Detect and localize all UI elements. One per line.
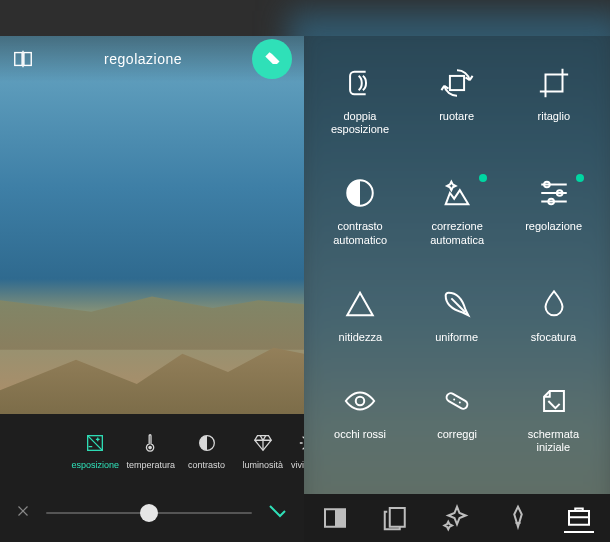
adjust-label: contrasto	[188, 460, 225, 470]
compare-button[interactable]	[12, 48, 34, 70]
adjust-temperatura[interactable]: temperatura	[123, 428, 179, 470]
applied-dot-icon	[479, 174, 487, 182]
overlay-icon	[320, 503, 350, 533]
adjust-label: vividezza	[291, 460, 304, 470]
applied-dot-icon	[576, 174, 584, 182]
drop-icon	[537, 287, 571, 321]
tool-contrasto-automatico[interactable]: contrasto automatico	[312, 176, 409, 246]
tool-label: contrasto automatico	[333, 220, 387, 246]
tool-doppia-esposizione[interactable]: doppia esposizione	[312, 66, 409, 136]
svg-point-7	[453, 399, 455, 401]
editor-pane: regolazione vividezza luminosità contras…	[0, 36, 304, 542]
svg-point-8	[356, 397, 365, 406]
tool-label: nitidezza	[339, 331, 382, 344]
tool-label: ritaglio	[537, 110, 569, 123]
crop-icon	[537, 66, 571, 100]
svg-point-17	[148, 446, 152, 450]
adjust-esposizione[interactable]: esposizione	[67, 428, 123, 470]
sun-icon	[299, 432, 305, 454]
svg-rect-5	[445, 392, 469, 411]
auto-contrast-icon	[343, 176, 377, 210]
tool-label: correggi	[437, 428, 477, 441]
tool-label: regolazione	[525, 220, 582, 233]
svg-rect-13	[24, 53, 31, 66]
autofix-icon	[440, 176, 474, 210]
tool-uniforme[interactable]: uniforme	[409, 287, 506, 344]
apply-button[interactable]	[266, 499, 290, 527]
adjust-luminosita[interactable]: luminosità	[235, 428, 291, 470]
adjust-vividezza[interactable]: vividezza	[291, 428, 304, 470]
svg-rect-12	[335, 509, 345, 527]
tool-regolazione[interactable]: regolazione	[505, 176, 602, 246]
svg-rect-14	[15, 53, 22, 66]
svg-rect-0	[450, 76, 464, 90]
tab-sparkle[interactable]	[442, 503, 472, 533]
eraser-icon	[262, 49, 282, 69]
tab-frames[interactable]	[381, 503, 411, 533]
tool-schermata-iniziale[interactable]: schermata iniziale	[505, 384, 602, 454]
brush-icon	[503, 503, 533, 533]
check-icon	[266, 499, 290, 523]
cancel-button[interactable]	[14, 502, 32, 524]
tool-occhi-rossi[interactable]: occhi rossi	[312, 384, 409, 454]
triangle-icon	[343, 287, 377, 321]
exposure-icon	[84, 432, 106, 454]
feather-icon	[440, 287, 474, 321]
adjust-label: luminosità	[243, 460, 284, 470]
tool-nitidezza[interactable]: nitidezza	[312, 287, 409, 344]
tool-ritaglio[interactable]: ritaglio	[505, 66, 602, 136]
tool-label: occhi rossi	[334, 428, 386, 441]
tool-label: correzione automatica	[430, 220, 484, 246]
sparkle-icon	[442, 503, 472, 533]
slider-thumb[interactable]	[140, 504, 158, 522]
tool-label: ruotare	[440, 110, 475, 123]
rotate-icon	[440, 66, 474, 100]
compare-icon	[12, 48, 34, 70]
eye-icon	[343, 384, 377, 418]
half-circle-icon	[196, 432, 218, 454]
svg-rect-10	[390, 508, 405, 527]
adjust-label: esposizione	[71, 460, 119, 470]
adjustments-strip[interactable]: vividezza luminosità contrasto temperatu…	[0, 414, 304, 484]
adjust-contrasto[interactable]: contrasto	[179, 428, 235, 470]
double-exposure-icon	[343, 66, 377, 100]
value-slider[interactable]	[46, 512, 252, 514]
editor-topbar: regolazione	[0, 36, 304, 82]
toolbox-icon	[564, 501, 594, 531]
frames-icon	[381, 503, 411, 533]
sliders-icon	[537, 176, 571, 210]
slider-row	[0, 484, 304, 542]
tool-label: schermata iniziale	[528, 428, 579, 454]
tools-grid: ritaglio ruotare doppia esposizione rego…	[304, 66, 610, 454]
tool-label: sfocatura	[531, 331, 576, 344]
tool-correzione-automatica[interactable]: correzione automatica	[409, 176, 506, 246]
eraser-fab[interactable]	[252, 39, 292, 79]
tools-pane: ritaglio ruotare doppia esposizione rego…	[304, 36, 610, 542]
thermometer-icon	[140, 432, 162, 454]
tab-toolbox[interactable]	[564, 503, 594, 533]
tool-label: uniforme	[436, 331, 479, 344]
patch-icon	[440, 384, 474, 418]
adjust-label: temperatura	[127, 460, 176, 470]
tool-sfocatura[interactable]: sfocatura	[505, 287, 602, 344]
x-icon	[14, 502, 32, 520]
svg-point-6	[459, 401, 461, 403]
tab-brush[interactable]	[503, 503, 533, 533]
tool-correggi[interactable]: correggi	[409, 384, 506, 454]
diamond-icon	[252, 432, 274, 454]
bottom-tab-bar	[304, 494, 610, 542]
tab-overlay[interactable]	[320, 503, 350, 533]
editor-title: regolazione	[104, 51, 182, 67]
splash-icon	[537, 384, 571, 418]
tool-label: doppia esposizione	[331, 110, 389, 136]
tool-ruotare[interactable]: ruotare	[409, 66, 506, 136]
